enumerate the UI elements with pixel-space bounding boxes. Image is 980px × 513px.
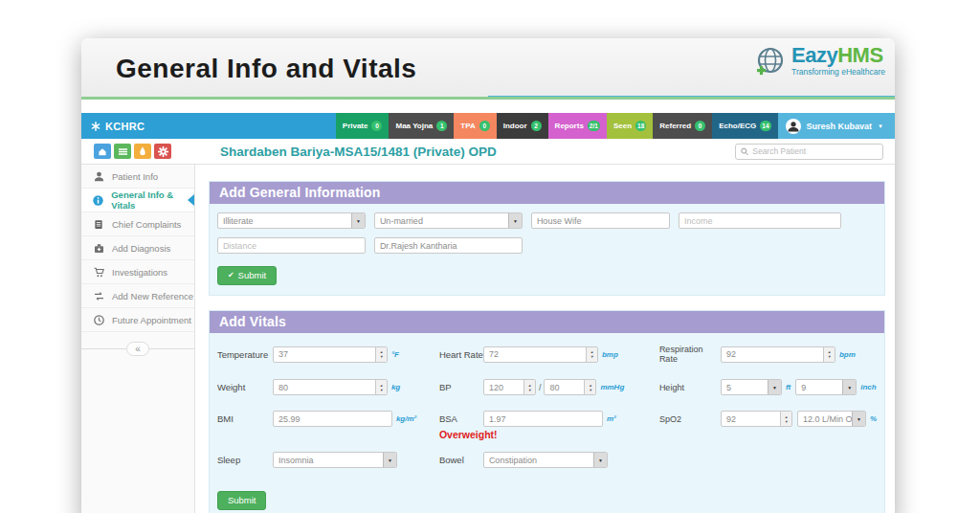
- bmi-input[interactable]: 25.99: [273, 411, 392, 427]
- nav-badge-seen[interactable]: Seen 18: [607, 113, 653, 139]
- sidebar-item-chief-complaints[interactable]: Chief Complaints: [81, 212, 194, 236]
- spo2-oxygen-select[interactable]: 12.0 L/Min Oxy ▼: [797, 411, 866, 427]
- submit-label: Submit: [238, 270, 267, 280]
- number-spinner[interactable]: ▴▾: [523, 380, 535, 394]
- occupation-input[interactable]: House Wife: [531, 212, 670, 229]
- nav-badge-reports[interactable]: Reports 2/1: [548, 113, 607, 139]
- droplet-icon: [139, 146, 146, 156]
- vital-bp: BP 120 ▴▾ / 80 ▴▾ mmHg: [439, 379, 659, 395]
- header-gap: [81, 100, 895, 113]
- page-title: General Info and Vitals: [116, 54, 416, 84]
- nav-badge-tpa[interactable]: TPA 0: [454, 113, 496, 139]
- bp-systolic-value: 120: [489, 383, 503, 392]
- sidebar-item-label: Future Appointment: [112, 315, 191, 325]
- vital-temperature: Temperature 37 ▴▾ °F: [217, 346, 439, 363]
- bsa-label: BSA: [439, 413, 483, 424]
- vitals-submit-button[interactable]: Submit: [217, 491, 267, 510]
- vital-spo2: SpO2 92 ▴▾ 12.0 L/Min Oxy ▼ %: [659, 411, 877, 427]
- badge-count: 2: [531, 121, 542, 131]
- marital-status-select[interactable]: Un-married ▼: [374, 212, 523, 229]
- vital-bowel: Bowel Constipation ▼: [439, 452, 659, 468]
- distance-input[interactable]: Distance: [217, 237, 366, 254]
- referred-by-value: Dr.Rajesh Kantharia: [380, 241, 457, 251]
- height-inches-select[interactable]: 9 ▼: [795, 379, 857, 395]
- menu-icon: [119, 147, 127, 156]
- income-placeholder: Income: [684, 216, 713, 226]
- referred-by-input[interactable]: Dr.Rajesh Kantharia: [374, 237, 523, 254]
- bp-separator: /: [539, 383, 542, 392]
- bp-diastolic-input[interactable]: 80 ▴▾: [544, 379, 596, 395]
- number-spinner[interactable]: ▴▾: [584, 380, 595, 394]
- vital-weight: Weight 80 ▴▾ kg: [217, 379, 439, 395]
- user-menu[interactable]: Suresh Kubavat ▼: [778, 113, 895, 139]
- sidebar-item-add-diagnosis[interactable]: Add Diagnosis: [81, 236, 194, 260]
- badge-count: 0: [371, 121, 382, 131]
- number-spinner[interactable]: ▴▾: [375, 380, 387, 394]
- nav-badge-indoor[interactable]: Indoor 2: [497, 113, 548, 139]
- collapse-sidebar-button[interactable]: «: [126, 342, 149, 356]
- sidebar-item-add-new-reference[interactable]: Add New Reference: [81, 284, 194, 308]
- bsa-input[interactable]: 1.97: [483, 411, 603, 427]
- marital-status-value: Un-married: [380, 216, 423, 226]
- bp-unit: mmHg: [600, 383, 624, 391]
- menu-button[interactable]: [114, 144, 131, 159]
- badge-count: 0: [479, 121, 490, 131]
- patient-search[interactable]: [735, 144, 883, 160]
- nav-badge-maa-yojna[interactable]: Maa Yojna 1: [389, 113, 454, 139]
- badge-label: Seen: [613, 122, 632, 130]
- bowel-value: Constipation: [489, 456, 537, 465]
- org-home-link[interactable]: KCHRC: [91, 121, 336, 132]
- number-spinner[interactable]: ▴▾: [823, 347, 835, 362]
- sidebar-item-label: Chief Complaints: [112, 219, 181, 230]
- chevron-down-icon: ▼: [508, 213, 522, 228]
- weight-label: Weight: [217, 382, 273, 392]
- spo2-input[interactable]: 92 ▴▾: [721, 411, 792, 427]
- clock-icon: [93, 315, 104, 325]
- sidebar-item-general-info-vitals[interactable]: General Info & Vitals: [81, 189, 194, 212]
- home-icon: [98, 147, 107, 156]
- avatar: [786, 119, 801, 134]
- height-feet-select[interactable]: 5 ▼: [721, 379, 782, 395]
- home-button[interactable]: [94, 144, 111, 159]
- heart-rate-input[interactable]: 72 ▴▾: [483, 346, 598, 363]
- sidebar-item-investigations[interactable]: Investigations: [81, 260, 194, 284]
- submit-label: Submit: [228, 495, 256, 505]
- app-window: General Info and Vitals EazyHMS Transfor…: [81, 38, 895, 513]
- number-spinner[interactable]: ▴▾: [780, 412, 791, 426]
- bmi-unit: kg/m²: [396, 414, 416, 423]
- number-spinner[interactable]: ▴▾: [586, 347, 597, 362]
- toolbar: Shardaben Bariya-MSA15/1481 (Private) OP…: [81, 139, 895, 165]
- header-accent-green: [81, 97, 895, 100]
- income-input[interactable]: Income: [679, 212, 841, 229]
- user-name: Suresh Kubavat: [807, 122, 873, 131]
- nav-badge-private[interactable]: Private 0: [336, 113, 390, 139]
- badge-label: TPA: [460, 122, 475, 130]
- sidebar-item-patient-info[interactable]: Patient Info: [81, 165, 194, 189]
- sleep-select[interactable]: Insomnia ▼: [273, 452, 397, 468]
- settings-button[interactable]: [154, 144, 171, 159]
- badge-count: 0: [695, 121, 705, 131]
- chevron-down-icon: ▼: [878, 123, 883, 129]
- chevron-down-icon: ▼: [383, 453, 396, 467]
- education-select[interactable]: Illiterate ▼: [217, 212, 366, 229]
- droplet-button[interactable]: [134, 144, 151, 159]
- weight-input[interactable]: 80 ▴▾: [273, 379, 388, 395]
- bmi-warning: Overweight!: [439, 429, 498, 440]
- bowel-select[interactable]: Constipation ▼: [483, 452, 608, 468]
- general-info-submit-button[interactable]: ✔ Submit: [217, 266, 277, 285]
- respiration-rate-input[interactable]: 92 ▴▾: [721, 346, 835, 363]
- nav-badge-referred[interactable]: Referred 0: [653, 113, 712, 139]
- sidebar-item-future-appointment[interactable]: Future Appointment: [81, 308, 194, 332]
- nav-badge-echo-ecg[interactable]: Echo/ECG 14: [712, 113, 777, 139]
- temperature-input[interactable]: 37 ▴▾: [273, 346, 388, 363]
- bmi-value: 25.99: [278, 414, 301, 424]
- education-value: Illiterate: [223, 216, 254, 226]
- chevron-down-icon: ▼: [768, 380, 781, 394]
- brand-eazy: Eazy: [791, 43, 837, 67]
- search-input[interactable]: [752, 146, 878, 156]
- search-icon: [741, 147, 748, 156]
- bp-systolic-input[interactable]: 120 ▴▾: [483, 379, 536, 395]
- badge-count: 18: [635, 121, 646, 131]
- general-info-panel: Add General Information Illiterate ▼ Un-…: [209, 181, 885, 296]
- number-spinner[interactable]: ▴▾: [375, 347, 387, 362]
